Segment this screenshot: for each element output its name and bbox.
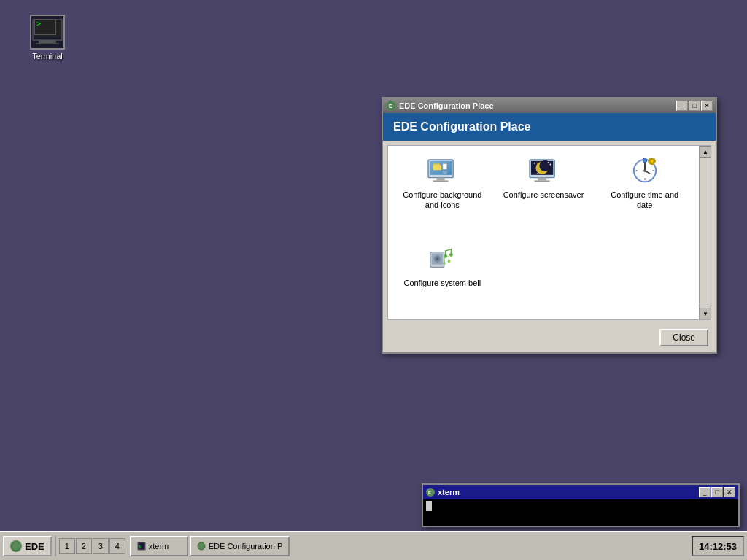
configure-screensaver-icon (526, 158, 561, 187)
ede-titlebar-icon: E (386, 101, 396, 111)
maximize-button[interactable]: □ (689, 101, 700, 111)
svg-text:E: E (428, 491, 431, 495)
task-ede-icon (197, 542, 206, 551)
svg-rect-25 (538, 178, 546, 181)
configure-screensaver-label: Configure screensaver (503, 190, 584, 200)
workspace-btn-2[interactable]: 2 (76, 538, 92, 554)
xterm-cursor (426, 501, 432, 511)
xterm-title: xterm (438, 488, 699, 497)
configure-time-label: Configure time and date (602, 190, 687, 211)
ede-logo-icon (10, 540, 22, 552)
taskbar-divider (55, 536, 56, 556)
xterm-maximize-button[interactable]: □ (711, 487, 723, 497)
close-button[interactable]: Close (659, 329, 708, 346)
svg-rect-11 (433, 180, 449, 182)
xterm-content[interactable] (423, 499, 738, 526)
svg-point-21 (534, 163, 535, 164)
workspace-btn-4[interactable]: 4 (109, 538, 125, 554)
start-label: EDE (25, 541, 44, 552)
ede-window-footer: Close (383, 324, 716, 352)
start-button[interactable]: EDE (3, 536, 52, 556)
minimize-button[interactable]: _ (676, 101, 688, 111)
svg-rect-26 (535, 180, 550, 182)
svg-point-42 (650, 160, 653, 163)
xterm-minimize-button[interactable]: _ (699, 487, 711, 497)
task-xterm[interactable]: $ xterm (130, 536, 188, 556)
task-xterm-label: xterm (149, 542, 169, 551)
config-icon-grid: Configure background and icons (388, 146, 699, 319)
svg-point-24 (537, 173, 538, 174)
config-background-item[interactable]: Configure background and icons (395, 153, 489, 234)
svg-point-35 (643, 158, 647, 163)
terminal-label: Terminal (32, 52, 63, 61)
task-ede-config[interactable]: EDE Configuration P (190, 536, 290, 556)
svg-rect-14 (443, 164, 447, 170)
taskbar-tasks: $ xterm EDE Configuration P (130, 536, 690, 556)
configure-bell-label: Configure system bell (403, 278, 481, 288)
configure-time-icon (627, 158, 662, 187)
workspace-btn-1[interactable]: 1 (59, 538, 75, 554)
svg-point-49 (443, 262, 446, 265)
workspace-btn-3[interactable]: 3 (93, 538, 109, 554)
svg-point-23 (548, 162, 549, 163)
scroll-down-button[interactable]: ▼ (700, 308, 711, 319)
desktop-icon-terminal[interactable]: $ _ Terminal (22, 15, 73, 61)
configure-bell-icon (425, 246, 460, 275)
configure-background-label: Configure background and icons (400, 190, 485, 211)
taskbar-clock: 14:12:53 (692, 536, 744, 556)
svg-rect-3 (39, 40, 56, 43)
ede-window-title: EDE Configuration Place (399, 101, 676, 110)
ede-window-content: Configure background and icons (387, 145, 711, 320)
svg-rect-13 (433, 166, 441, 171)
svg-text:$ _: $ _ (36, 25, 50, 34)
config-screensaver-item[interactable]: Configure screensaver (497, 153, 591, 234)
close-window-button[interactable]: ✕ (701, 101, 713, 111)
svg-point-36 (643, 169, 646, 172)
svg-rect-4 (36, 43, 59, 44)
configure-background-icon (425, 158, 460, 187)
scrollbar-track (700, 158, 711, 308)
ede-config-window: E EDE Configuration Place _ □ ✕ EDE Conf… (382, 97, 717, 354)
scroll-up-button[interactable]: ▲ (700, 146, 711, 158)
svg-rect-1 (34, 21, 61, 37)
xterm-window: E xterm _ □ ✕ (422, 483, 740, 527)
svg-point-50 (448, 260, 451, 262)
content-scrollbar[interactable]: ▲ ▼ (699, 146, 711, 319)
desktop: $ _ Terminal E EDE Configuration Place _… (0, 0, 747, 531)
ede-window-titlebar: E EDE Configuration Place _ □ ✕ (383, 98, 716, 113)
svg-text:E: E (389, 104, 392, 109)
svg-point-56 (198, 542, 205, 550)
task-xterm-icon: $ (137, 542, 146, 551)
svg-point-46 (436, 257, 439, 260)
xterm-titlebar-icon: E (426, 488, 435, 497)
terminal-icon: $ _ (30, 15, 65, 50)
svg-text:$: $ (139, 544, 142, 549)
workspace-buttons: 1 2 3 4 (59, 538, 125, 554)
svg-point-53 (12, 542, 20, 551)
ede-window-header: EDE Configuration Place (383, 113, 716, 141)
xterm-window-controls: _ □ ✕ (699, 487, 735, 497)
svg-point-20 (539, 160, 550, 171)
window-controls: _ □ ✕ (676, 101, 713, 111)
xterm-close-button[interactable]: ✕ (724, 487, 735, 497)
config-time-item[interactable]: Configure time and date (597, 153, 692, 234)
config-bell-item[interactable]: Configure system bell (395, 241, 489, 312)
clock-display: 14:12:53 (699, 541, 737, 552)
svg-rect-10 (437, 178, 445, 181)
ede-window-header-title: EDE Configuration Place (393, 120, 530, 133)
svg-point-48 (449, 253, 453, 257)
svg-rect-15 (443, 171, 447, 174)
task-ede-label: EDE Configuration P (209, 542, 283, 551)
taskbar: EDE 1 2 3 4 $ xterm EDE Configuration P … (0, 531, 747, 560)
svg-point-22 (550, 164, 551, 166)
xterm-titlebar: E xterm _ □ ✕ (423, 485, 738, 499)
